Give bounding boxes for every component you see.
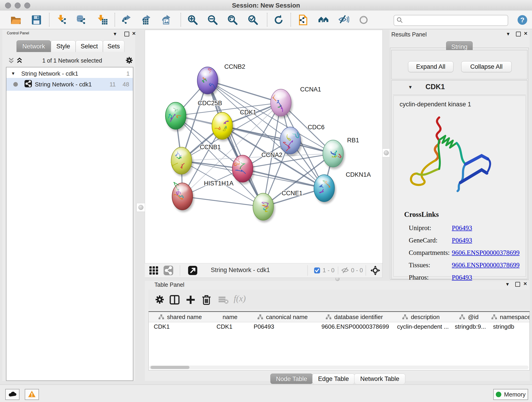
save-session-icon[interactable] [31,14,42,26]
export-table-icon[interactable] [141,14,152,26]
zoom-fit-icon[interactable] [227,14,238,26]
import-table-icon[interactable] [97,14,108,26]
column-header-name[interactable]: name [211,312,249,322]
section-disclosure-icon[interactable]: ▼ [408,85,413,90]
node-label: CDK1 [240,109,256,116]
column-header-canonicalname[interactable]: canonical name [249,312,317,322]
toggle-glasses-icon[interactable] [338,14,349,26]
column-header-id[interactable]: @id [450,312,488,322]
network-node[interactable]: CDK1 [212,109,256,141]
collapse-panel-icon[interactable]: ▼ [506,32,510,36]
crosslink-value-link[interactable]: P06493 [452,224,472,232]
gear-icon[interactable] [125,56,133,65]
table-cell[interactable]: stringdb [488,322,530,331]
network-node[interactable]: CCNA1 [271,86,321,118]
right-splitter[interactable] [382,148,390,157]
network-node[interactable]: CCNE1 [253,190,303,222]
gear-icon[interactable] [155,295,165,305]
tab-network[interactable]: Network [17,40,51,52]
export-network-icon[interactable] [121,14,132,26]
hidden-eye-icon[interactable] [341,266,349,275]
float-panel-icon[interactable] [516,32,521,37]
selected-checkbox-icon[interactable] [314,267,320,274]
cloud-button[interactable] [5,389,19,400]
tab-select[interactable]: Select [76,40,103,52]
collapse-all-button[interactable]: Collapse All [461,61,512,72]
highlight-orb-icon[interactable] [358,14,369,26]
crosslink-value-link[interactable]: 9606.ENSP00000378699 [452,261,520,269]
open-session-icon[interactable] [10,14,21,26]
disclosure-triangle-icon[interactable]: ▼ [11,71,15,76]
left-splitter[interactable] [137,203,145,212]
delete-icon[interactable] [202,294,211,306]
table-cell[interactable]: CDK1 [211,322,249,331]
refresh-view-icon[interactable] [273,14,284,26]
share-document-icon[interactable] [298,14,309,26]
table-cell[interactable]: CDK1 [149,322,211,331]
tab-style[interactable]: Style [51,40,76,52]
edge-count: 48 [123,81,129,88]
network-node[interactable]: CDKN1A [314,171,371,204]
zoom-out-icon[interactable] [207,14,218,26]
network-share-icon[interactable] [163,265,173,276]
memory-button[interactable]: Memory [493,389,528,400]
network-node[interactable]: CCNB2 [197,63,245,96]
network-node[interactable]: HIST1H1A [172,180,234,212]
import-database-icon[interactable] [76,14,87,26]
table-cell[interactable]: P06493 [249,322,317,331]
grid-view-icon[interactable] [149,266,159,276]
network-row[interactable]: String Network - cdk1 11 48 [6,78,133,91]
network-node[interactable]: RB1 [323,137,359,169]
node-label: CCNA1 [300,86,321,93]
columns-icon[interactable] [170,295,180,306]
table-toolbar: f(x) [148,290,529,309]
toolbar-separator [114,13,115,27]
scrollbar-thumb[interactable] [151,366,190,369]
collapse-panel-icon[interactable]: ▼ [505,282,510,287]
horizontal-scrollbar[interactable] [149,366,529,369]
close-panel-icon[interactable]: ✕ [523,281,527,286]
tab-sets[interactable]: Sets [103,40,124,52]
tab-network-table[interactable]: Network Table [354,374,405,384]
network-edge[interactable] [182,196,263,207]
network-canvas[interactable]: CCNB2CCNA1CDC25BCDK1CDC6RB1CCNB1CCNA2CDK… [145,30,383,264]
tab-edge-table[interactable]: Edge Table [312,374,355,384]
import-network-icon[interactable] [57,14,68,26]
float-panel-icon[interactable] [515,282,520,288]
zoom-in-icon[interactable] [187,14,198,26]
crosslink-value-link[interactable]: P06493 [452,236,472,244]
zoom-selected-icon[interactable] [247,14,259,26]
node-label: CDKN1A [346,171,371,178]
tab-node-table[interactable]: Node Table [270,374,313,384]
expand-all-button[interactable]: Expand All [408,61,453,72]
network-collection-row[interactable]: ▼ String Network - cdk1 1 [6,69,133,78]
column-header-databaseidentifier[interactable]: database identifier [317,312,392,322]
function-builder-icon[interactable]: f(x) [234,293,246,303]
column-header-namespace[interactable]: namespace [488,312,530,322]
close-panel-icon[interactable]: ✕ [132,31,136,36]
toolbar-separator [267,13,267,27]
search-input[interactable] [405,16,508,25]
network-node[interactable]: CDC6 [280,124,325,156]
collapse-panel-icon[interactable]: ▼ [113,32,117,36]
float-panel-icon[interactable] [124,32,129,37]
string-home-icon[interactable] [318,14,329,26]
table-cell[interactable]: cyclin-dependent ... [392,322,450,331]
column-header-sharedname[interactable]: shared name [149,312,212,322]
crosslink-value-link[interactable]: P06493 [452,274,472,281]
expand-all-icon[interactable] [17,57,22,65]
crosslink-value-link[interactable]: 9606.ENSP00000378699 [452,249,520,256]
help-icon[interactable]: ? [517,14,528,26]
collapse-all-icon[interactable] [8,57,14,65]
table-cell[interactable]: 9606.ENSP00000378699 [317,322,392,331]
add-icon[interactable] [186,295,196,306]
export-image-icon[interactable] [161,14,172,26]
delete-table-icon[interactable] [218,296,229,305]
column-header-description[interactable]: description [392,312,450,322]
birds-eye-icon[interactable] [370,265,380,276]
close-panel-icon[interactable]: ✕ [524,31,528,36]
table-cell[interactable]: stringdb:9... [450,322,488,331]
warning-button[interactable] [25,389,39,400]
node-label: HIST1H1A [204,180,234,187]
open-in-window-icon[interactable] [188,265,197,276]
